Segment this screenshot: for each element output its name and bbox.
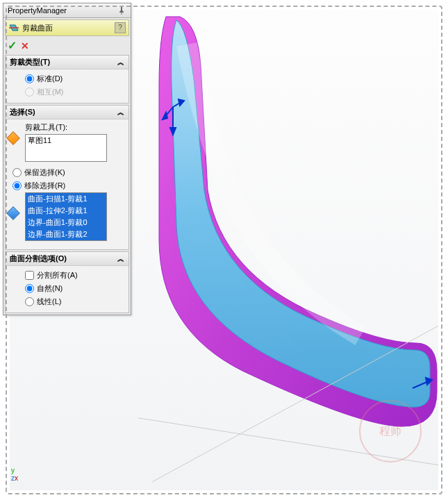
section-selection: 选择(S) ︽ 剪裁工具(T): 草图11 保留选择(K) 移除选择(R) 曲面… (5, 105, 129, 250)
radio-standard[interactable]: 标准(D) (25, 72, 124, 85)
chevron-up-icon[interactable]: ︽ (117, 108, 124, 117)
cancel-button[interactable]: ✕ (21, 40, 29, 51)
bodies-list[interactable]: 曲面-扫描1-剪裁1 曲面-拉伸2-剪裁1 边界-曲面1-剪裁0 边界-曲面1-… (25, 192, 107, 241)
list-item[interactable]: 曲面-扫描1-剪裁1 (26, 193, 106, 205)
trim-surface-icon (8, 22, 19, 33)
panel-header: PropertyManager (3, 3, 131, 18)
trim-tool-label: 剪裁工具(T): (25, 122, 124, 133)
section-split-options: 曲面分割选项(O) ︽ 分割所有(A) 自然(N) 线性(L) (5, 251, 129, 313)
property-manager-panel: PropertyManager 剪裁曲面 ? ✓ ✕ 剪裁类型(T) ︽ 标准(… (3, 3, 131, 315)
pin-icon[interactable] (117, 6, 126, 15)
confirm-row: ✓ ✕ (3, 38, 131, 53)
watermark: 程师 (359, 400, 422, 462)
radio-mutual: 相互(M) (25, 85, 124, 99)
section-head-split[interactable]: 曲面分割选项(O) ︽ (6, 252, 128, 266)
section-head-trim-type[interactable]: 剪裁类型(T) ︽ (6, 56, 128, 69)
radio-linear[interactable]: 线性(L) (25, 295, 124, 308)
bodies-icon (8, 208, 21, 221)
radio-keep[interactable]: 保留选择(K) (13, 166, 124, 179)
feature-title-bar: 剪裁曲面 ? (5, 19, 129, 36)
radio-natural[interactable]: 自然(N) (25, 282, 124, 295)
trim-tool-icon (8, 133, 21, 146)
check-split-all[interactable]: 分割所有(A) (25, 269, 124, 282)
chevron-up-icon[interactable]: ︽ (117, 254, 124, 264)
trim-tool-list[interactable]: 草图11 (25, 134, 107, 162)
radio-remove[interactable]: 移除选择(R) (13, 179, 124, 192)
chevron-up-icon[interactable]: ︽ (117, 58, 124, 67)
help-button[interactable]: ? (115, 22, 126, 33)
ok-button[interactable]: ✓ (8, 39, 17, 52)
list-item[interactable]: 边界-曲面1-剪裁0 (26, 217, 106, 228)
list-item[interactable]: 边界-曲面1-剪裁2 (26, 228, 106, 240)
list-item[interactable]: 草图11 (26, 135, 106, 147)
section-trim-type: 剪裁类型(T) ︽ 标准(D) 相互(M) (5, 55, 129, 103)
axis-triad: y zx (11, 467, 18, 482)
section-head-selection[interactable]: 选择(S) ︽ (6, 106, 128, 119)
list-item[interactable]: 曲面-拉伸2-剪裁1 (26, 205, 106, 217)
feature-name: 剪裁曲面 (22, 23, 53, 33)
panel-title: PropertyManager (8, 6, 67, 15)
